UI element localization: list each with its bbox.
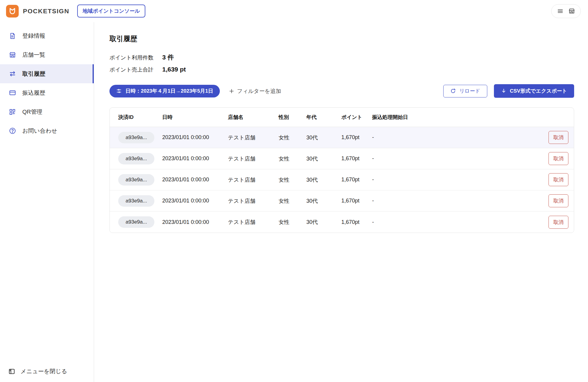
sidebar-item-label: 振込履歴 bbox=[22, 89, 45, 97]
cell-age: 30代 bbox=[306, 134, 341, 141]
store-account-icon[interactable] bbox=[568, 8, 575, 14]
cell-gender: 女性 bbox=[279, 176, 306, 183]
export-csv-label: CSV形式でエクスポート bbox=[510, 88, 567, 94]
cell-action: 取消 bbox=[548, 216, 568, 229]
cell-action: 取消 bbox=[548, 194, 568, 207]
help-circle-icon bbox=[8, 127, 16, 134]
storefront-icon bbox=[8, 51, 16, 58]
cell-datetime: 2023/01/01 0:00:00 bbox=[162, 177, 228, 183]
sidebar: 登録情報 店舗一覧 bbox=[0, 22, 94, 382]
close-menu-button[interactable]: メニューを閉じる bbox=[0, 368, 94, 375]
cell-store: テスト店舗 bbox=[228, 197, 279, 205]
cell-gender: 女性 bbox=[279, 197, 306, 205]
col-header-datetime: 日時 bbox=[162, 114, 228, 121]
bank-card-icon bbox=[8, 89, 16, 96]
cancel-button[interactable]: 取消 bbox=[548, 173, 568, 186]
stat-label: ポイント売上合計 bbox=[109, 66, 162, 73]
cell-age: 30代 bbox=[306, 176, 341, 183]
cell-store: テスト店舗 bbox=[228, 218, 279, 226]
transfer-arrows-icon bbox=[8, 70, 16, 77]
sidebar-item-stores[interactable]: 店舗一覧 bbox=[0, 45, 94, 64]
add-filter-label: フィルターを追加 bbox=[237, 88, 281, 95]
document-icon bbox=[8, 33, 16, 39]
sidebar-item-contact[interactable]: お問い合わせ bbox=[0, 121, 94, 140]
stat-value: 3 件 bbox=[162, 53, 174, 62]
brand-area: POCKETSIGN 地域ポイントコンソール bbox=[6, 5, 145, 18]
cell-age: 30代 bbox=[306, 197, 341, 205]
cell-age: 30代 bbox=[306, 155, 341, 162]
cell-gender: 女性 bbox=[279, 155, 306, 162]
cancel-button[interactable]: 取消 bbox=[548, 152, 568, 165]
qr-code-icon bbox=[8, 109, 16, 115]
sidebar-item-qr[interactable]: QR管理 bbox=[0, 102, 94, 121]
cell-points: 1,670pt bbox=[341, 219, 372, 225]
cell-points: 1,670pt bbox=[341, 155, 372, 162]
col-header-payment-id: 決済ID bbox=[118, 114, 162, 121]
account-menu-button[interactable] bbox=[551, 4, 581, 18]
sidebar-item-transactions[interactable]: 取引履歴 bbox=[0, 64, 94, 83]
close-menu-label: メニューを閉じる bbox=[21, 368, 67, 375]
sidebar-item-label: お問い合わせ bbox=[22, 127, 57, 135]
sliders-filter-icon bbox=[116, 88, 122, 94]
toolbar: 日時：2023年４月1日→2023年5月1日 フィルターを追加 bbox=[109, 84, 574, 98]
cell-gender: 女性 bbox=[279, 134, 306, 141]
table-row: a93e9a... 2023/01/01 0:00:00 テスト店舗 女性 30… bbox=[110, 169, 574, 190]
cell-store: テスト店舗 bbox=[228, 155, 279, 162]
cell-transfer-date: - bbox=[372, 219, 535, 225]
pocketsign-logo-icon bbox=[6, 5, 19, 18]
cell-transfer-date: - bbox=[372, 155, 535, 162]
export-csv-button[interactable]: CSV形式でエクスポート bbox=[494, 84, 574, 98]
cell-datetime: 2023/01/01 0:00:00 bbox=[162, 155, 228, 162]
col-header-transfer-date: 振込処理開始日 bbox=[372, 114, 535, 121]
page: POCKETSIGN 地域ポイントコンソール bbox=[0, 0, 588, 382]
cell-age: 30代 bbox=[306, 218, 341, 226]
stat-label: ポイント利用件数 bbox=[109, 54, 162, 61]
payment-id-pill: a93e9a... bbox=[118, 174, 154, 186]
date-filter-chip[interactable]: 日時：2023年４月1日→2023年5月1日 bbox=[109, 85, 220, 97]
payment-id-pill: a93e9a... bbox=[118, 153, 154, 164]
reload-button[interactable]: リロード bbox=[443, 85, 487, 97]
cell-payment-id: a93e9a... bbox=[118, 174, 162, 186]
sidebar-item-transfers[interactable]: 振込履歴 bbox=[0, 83, 94, 102]
brand-name: POCKETSIGN bbox=[23, 8, 69, 15]
cell-points: 1,670pt bbox=[341, 198, 372, 204]
toolbar-right: リロード CSV形式でエクスポート bbox=[443, 84, 574, 98]
stat-usage-count: ポイント利用件数 3 件 bbox=[109, 53, 574, 62]
col-header-points: ポイント bbox=[341, 114, 372, 121]
cancel-button[interactable]: 取消 bbox=[548, 131, 568, 144]
col-header-age: 年代 bbox=[306, 114, 341, 121]
sidebar-item-label: 登録情報 bbox=[22, 32, 45, 40]
cell-transfer-date: - bbox=[372, 177, 535, 183]
payment-id-pill: a93e9a... bbox=[118, 216, 154, 228]
cell-store: テスト店舗 bbox=[228, 134, 279, 141]
reload-icon bbox=[450, 88, 456, 94]
cell-payment-id: a93e9a... bbox=[118, 132, 162, 143]
console-badge: 地域ポイントコンソール bbox=[77, 5, 145, 18]
hamburger-menu-icon[interactable] bbox=[557, 8, 564, 14]
sidebar-item-registration[interactable]: 登録情報 bbox=[0, 26, 94, 45]
page-title: 取引履歴 bbox=[109, 34, 574, 43]
main-content: 取引履歴 ポイント利用件数 3 件 ポイント売上合計 1,639 pt bbox=[94, 22, 588, 382]
date-filter-label: 日時：2023年４月1日→2023年5月1日 bbox=[125, 88, 213, 94]
stat-sales-total: ポイント売上合計 1,639 pt bbox=[109, 66, 574, 73]
cancel-button[interactable]: 取消 bbox=[548, 216, 568, 229]
transactions-table: 決済ID 日時 店舗名 性別 年代 ポイント 振込処理開始日 a93e9a...… bbox=[109, 107, 574, 233]
add-filter-button[interactable]: フィルターを追加 bbox=[229, 88, 281, 95]
sidebar-item-label: 店舗一覧 bbox=[22, 51, 45, 59]
table-row: a93e9a... 2023/01/01 0:00:00 テスト店舗 女性 30… bbox=[110, 127, 574, 148]
cell-store: テスト店舗 bbox=[228, 176, 279, 183]
cancel-button[interactable]: 取消 bbox=[548, 194, 568, 207]
cell-payment-id: a93e9a... bbox=[118, 195, 162, 207]
table-row: a93e9a... 2023/01/01 0:00:00 テスト店舗 女性 30… bbox=[110, 148, 574, 169]
cell-transfer-date: - bbox=[372, 134, 535, 141]
sidebar-item-label: QR管理 bbox=[22, 108, 43, 116]
cell-points: 1,670pt bbox=[341, 177, 372, 183]
cell-transfer-date: - bbox=[372, 198, 535, 204]
cell-action: 取消 bbox=[548, 173, 568, 186]
cell-datetime: 2023/01/01 0:00:00 bbox=[162, 134, 228, 141]
cell-gender: 女性 bbox=[279, 218, 306, 226]
cell-datetime: 2023/01/01 0:00:00 bbox=[162, 198, 228, 204]
cell-points: 1,670pt bbox=[341, 134, 372, 141]
reload-label: リロード bbox=[459, 88, 480, 94]
col-header-gender: 性別 bbox=[279, 114, 306, 121]
